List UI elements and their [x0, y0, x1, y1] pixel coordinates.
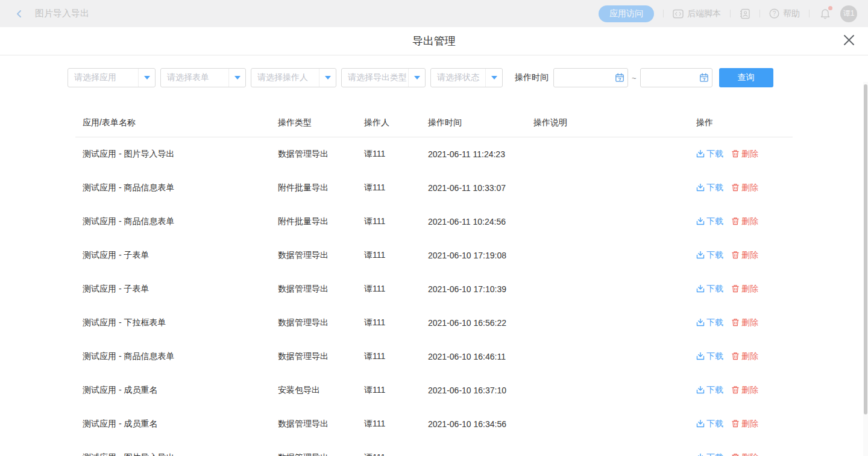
backend-script-button[interactable]: 后端脚本 [673, 8, 721, 19]
modal-header: 导出管理 [0, 27, 868, 55]
query-button[interactable]: 查询 [719, 68, 773, 87]
cell-actions: 下载 删除 [689, 351, 793, 362]
topbar-page-title: 图片导入导出 [35, 8, 89, 19]
export-management-modal: 导出管理 请选择应用 请选择表单 请选择操作人 请选择导出类型 请选择状态 操作… [0, 27, 868, 456]
delete-link[interactable]: 删除 [731, 452, 758, 456]
delete-label: 删除 [741, 317, 758, 328]
download-link[interactable]: 下载 [696, 385, 723, 396]
topbar-divider [730, 10, 731, 17]
column-header: 操作 [689, 117, 793, 128]
avatar[interactable]: 谭1 [840, 5, 857, 22]
filter-select-4[interactable]: 请选择导出类型 [341, 68, 426, 87]
delete-link[interactable]: 删除 [731, 419, 758, 429]
cell-actions: 下载 删除 [689, 317, 793, 328]
notifications-button[interactable] [820, 8, 831, 19]
cell-operation-type: 数据管理导出 [271, 317, 357, 328]
download-icon [696, 217, 705, 227]
close-icon [843, 34, 855, 48]
cell-operator: 谭111 [357, 419, 421, 429]
delete-link[interactable]: 删除 [731, 216, 758, 227]
svg-text:?: ? [773, 10, 776, 17]
select-placeholder: 请选择表单 [161, 69, 228, 87]
topbar-divider [663, 10, 664, 17]
question-circle-icon: ? [769, 8, 779, 19]
download-link[interactable]: 下载 [696, 284, 723, 295]
download-link[interactable]: 下载 [696, 419, 723, 429]
cell-actions: 下载 删除 [689, 149, 793, 160]
chevron-down-icon [228, 69, 245, 87]
trash-icon [731, 386, 740, 396]
cell-app-form-name: 测试应用 - 商品信息表单 [75, 183, 271, 193]
cell-app-form-name: 测试应用 - 成员重名 [75, 419, 271, 429]
cell-operator: 谭111 [357, 351, 421, 362]
column-header: 操作说明 [526, 117, 689, 128]
date-start-field[interactable] [554, 69, 612, 87]
select-placeholder: 请选择状态 [431, 69, 485, 87]
date-start-input[interactable] [553, 68, 628, 87]
export-table: 应用/表单名称操作类型操作人操作时间操作说明操作 测试应用 - 图片导入导出 数… [75, 108, 793, 456]
filter-select-2[interactable]: 请选择表单 [160, 68, 246, 87]
app-access-button[interactable]: 应用访问 [599, 5, 654, 22]
notification-badge [828, 6, 832, 10]
cell-operator: 谭111 [357, 149, 421, 160]
filter-select-5[interactable]: 请选择状态 [430, 68, 503, 87]
download-icon [696, 284, 705, 295]
filter-select-1[interactable]: 请选择应用 [68, 68, 156, 87]
delete-link[interactable]: 删除 [731, 284, 758, 295]
download-icon [696, 149, 705, 160]
delete-link[interactable]: 删除 [731, 317, 758, 328]
download-link[interactable]: 下载 [696, 183, 723, 193]
download-icon [696, 352, 705, 362]
help-button[interactable]: ? 帮助 [769, 8, 800, 19]
contacts-button[interactable] [740, 8, 750, 19]
cell-operator: 谭111 [357, 216, 421, 227]
cell-actions: 下载 删除 [689, 385, 793, 396]
date-end-input[interactable] [640, 68, 712, 87]
download-label: 下载 [706, 149, 723, 160]
cell-operation-time: 2021-06-10 17:10:39 [421, 284, 526, 294]
table-row: 测试应用 - 商品信息表单 附件批量导出 谭111 2021-06-11 10:… [75, 205, 793, 239]
cell-operator: 谭111 [357, 250, 421, 261]
delete-label: 删除 [741, 216, 758, 227]
date-end-field[interactable] [641, 69, 696, 87]
cell-operation-type: 数据管理导出 [271, 250, 357, 261]
scrollbar-thumb[interactable] [864, 84, 867, 414]
cell-operation-type: 数据管理导出 [271, 284, 357, 295]
cell-operation-time: 2021-06-11 10:24:56 [421, 217, 526, 226]
filter-selects: 请选择应用 请选择表单 请选择操作人 请选择导出类型 请选择状态 [68, 68, 508, 87]
back-button[interactable] [12, 7, 27, 21]
download-label: 下载 [706, 351, 723, 362]
delete-link[interactable]: 删除 [731, 250, 758, 261]
delete-link[interactable]: 删除 [731, 183, 758, 193]
chevron-down-icon [138, 69, 155, 87]
cell-actions: 下载 删除 [689, 216, 793, 227]
download-link[interactable]: 下载 [696, 216, 723, 227]
download-link[interactable]: 下载 [696, 452, 723, 456]
cell-operator: 谭111 [357, 183, 421, 193]
download-icon [696, 251, 705, 261]
backend-script-label: 后端脚本 [687, 8, 721, 19]
cell-actions: 下载 删除 [689, 250, 793, 261]
trash-icon [731, 453, 740, 456]
select-placeholder: 请选择操作人 [251, 69, 319, 87]
calendar-icon [696, 73, 712, 83]
delete-link[interactable]: 删除 [731, 351, 758, 362]
download-link[interactable]: 下载 [696, 149, 723, 160]
cell-operation-type: 数据管理导出 [271, 452, 357, 456]
select-placeholder: 请选择应用 [68, 69, 138, 87]
cell-app-form-name: 测试应用 - 商品信息表单 [75, 216, 271, 227]
download-link[interactable]: 下载 [696, 351, 723, 362]
modal-title: 导出管理 [0, 27, 868, 55]
vertical-scrollbar [863, 82, 868, 456]
filter-select-3[interactable]: 请选择操作人 [251, 68, 336, 87]
column-header: 操作类型 [271, 117, 357, 128]
delete-link[interactable]: 删除 [731, 385, 758, 396]
close-button[interactable] [843, 35, 855, 48]
delete-link[interactable]: 删除 [731, 149, 758, 160]
delete-label: 删除 [741, 183, 758, 193]
download-link[interactable]: 下载 [696, 317, 723, 328]
cell-operator: 谭111 [357, 284, 421, 295]
cell-operation-type: 附件批量导出 [271, 216, 357, 227]
trash-icon [731, 352, 740, 362]
download-link[interactable]: 下载 [696, 250, 723, 261]
